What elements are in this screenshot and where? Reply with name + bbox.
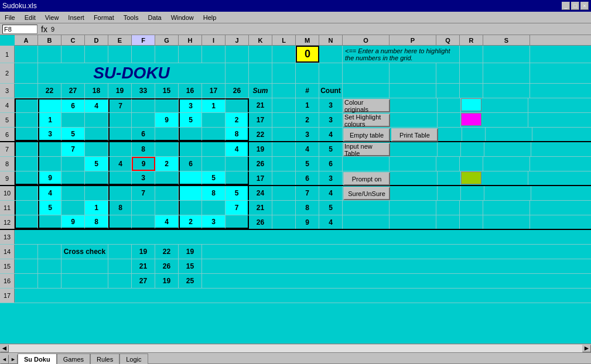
cell-K1[interactable] — [249, 46, 272, 63]
cell-I6[interactable] — [202, 128, 226, 141]
col-header-F[interactable]: F — [132, 35, 155, 45]
cell-M10[interactable]: 7 — [296, 186, 319, 200]
cell-N7[interactable]: 5 — [319, 142, 343, 156]
cell-H8[interactable]: 6 — [179, 157, 202, 171]
cell-P12[interactable] — [390, 215, 436, 229]
cell-C6[interactable]: 5 — [62, 128, 85, 141]
cell-crosscheck-col3-3[interactable]: 25 — [179, 274, 202, 288]
cell-Q5[interactable] — [438, 113, 461, 127]
horizontal-scrollbar[interactable]: ◄ ► — [0, 344, 591, 352]
cell-E5[interactable] — [108, 113, 132, 127]
col-header-Q[interactable]: Q — [436, 35, 460, 45]
cell-P11[interactable] — [390, 201, 436, 215]
cell-N9[interactable]: 3 — [319, 171, 343, 185]
cell-R12[interactable] — [460, 215, 483, 229]
cell-J5[interactable]: 2 — [226, 113, 249, 127]
cell-M11[interactable]: 8 — [296, 201, 319, 215]
cell-S2[interactable] — [483, 63, 530, 83]
cell-J6[interactable]: 8 — [226, 128, 249, 141]
cell-K9-sum[interactable]: 17 — [249, 171, 272, 185]
cell-A10[interactable] — [15, 186, 38, 200]
cell-B8[interactable] — [38, 157, 62, 171]
col-header-L[interactable]: L — [272, 35, 296, 45]
cell-K11-sum[interactable]: 21 — [249, 201, 272, 215]
cell-reference-box[interactable]: F8 — [2, 25, 37, 34]
cell-F8-selected[interactable]: 9 — [132, 157, 155, 171]
cell-J12[interactable] — [226, 215, 249, 229]
cell-K12-sum[interactable]: 26 — [249, 215, 272, 229]
col-header-B[interactable]: B — [38, 35, 62, 45]
cell-E16[interactable] — [108, 274, 132, 288]
cell-E4[interactable]: 7 — [108, 98, 132, 112]
cell-K3-sum[interactable]: Sum — [249, 84, 272, 98]
cell-F11[interactable] — [132, 201, 155, 215]
cell-Q6[interactable] — [439, 128, 462, 141]
minimize-button[interactable]: _ — [562, 2, 570, 10]
cell-I4[interactable]: 1 — [202, 98, 226, 112]
cell-K7-sum[interactable]: 19 — [249, 142, 272, 156]
cell-M4[interactable]: 1 — [296, 98, 319, 112]
tab-games[interactable]: Games — [57, 353, 90, 364]
cell-H7[interactable] — [179, 142, 202, 156]
cell-D5[interactable] — [85, 113, 108, 127]
cell-F9[interactable]: 3 — [132, 171, 155, 185]
cell-K2[interactable] — [249, 63, 272, 83]
cell-B10[interactable]: 4 — [38, 186, 62, 200]
col-header-A[interactable]: A — [15, 35, 38, 45]
cell-H9[interactable] — [179, 171, 202, 185]
cell-G3[interactable]: 15 — [155, 84, 179, 98]
cell-J2[interactable] — [226, 63, 249, 83]
cell-S10[interactable] — [484, 186, 531, 200]
cell-A9[interactable] — [15, 171, 38, 185]
col-header-G[interactable]: G — [155, 35, 179, 45]
cell-L1[interactable] — [272, 46, 296, 63]
cell-E14[interactable] — [108, 245, 132, 259]
cell-D9[interactable] — [85, 171, 108, 185]
cell-S11[interactable] — [483, 201, 530, 215]
cell-B14[interactable] — [38, 245, 62, 259]
cell-P10[interactable] — [391, 186, 438, 200]
input-new-table-button[interactable]: Input new Table — [343, 143, 390, 156]
cell-B12[interactable] — [38, 215, 62, 229]
cell-C1[interactable] — [62, 46, 85, 63]
cell-E1[interactable] — [108, 46, 132, 63]
cell-S3[interactable] — [483, 84, 530, 98]
cell-N1[interactable] — [319, 46, 343, 63]
menu-window[interactable]: Window — [169, 14, 196, 21]
cell-G8[interactable]: 2 — [155, 157, 179, 171]
cell-D3[interactable]: 18 — [85, 84, 108, 98]
cell-I11[interactable] — [202, 201, 226, 215]
col-header-H[interactable]: H — [179, 35, 202, 45]
cell-Q9[interactable] — [438, 171, 461, 185]
cell-Q11[interactable] — [436, 201, 460, 215]
cell-H11[interactable] — [179, 201, 202, 215]
cell-L11[interactable] — [272, 201, 296, 215]
cell-B9[interactable]: 9 — [38, 171, 62, 185]
cell-B3[interactable]: 22 — [38, 84, 62, 98]
cell-F12[interactable] — [132, 215, 155, 229]
cell-G10[interactable] — [155, 186, 179, 200]
cell-N5[interactable]: 3 — [319, 113, 343, 127]
cell-R6[interactable] — [462, 128, 486, 141]
cell-K10-sum[interactable]: 24 — [249, 186, 272, 200]
cell-E15[interactable] — [108, 259, 132, 273]
cell-L6[interactable] — [272, 128, 296, 141]
cell-P9[interactable] — [391, 171, 438, 185]
cell-J10[interactable]: 5 — [226, 186, 249, 200]
cell-P3[interactable] — [390, 84, 436, 98]
cell-N2[interactable] — [319, 63, 343, 83]
cell-R11[interactable] — [460, 201, 483, 215]
cell-E12[interactable] — [108, 215, 132, 229]
cell-E8[interactable]: 4 — [108, 157, 132, 171]
col-header-M[interactable]: M — [296, 35, 319, 45]
cell-G5[interactable]: 9 — [155, 113, 179, 127]
cell-L5[interactable] — [272, 113, 296, 127]
cell-A2[interactable] — [15, 63, 38, 83]
cell-S1[interactable] — [483, 46, 530, 63]
col-header-E[interactable]: E — [108, 35, 132, 45]
cell-D8[interactable]: 5 — [85, 157, 108, 171]
cell-L2[interactable] — [272, 63, 296, 83]
tab-scroll-right[interactable]: ► — [9, 355, 18, 364]
cell-O12[interactable] — [343, 215, 390, 229]
cell-P7[interactable] — [391, 142, 438, 156]
